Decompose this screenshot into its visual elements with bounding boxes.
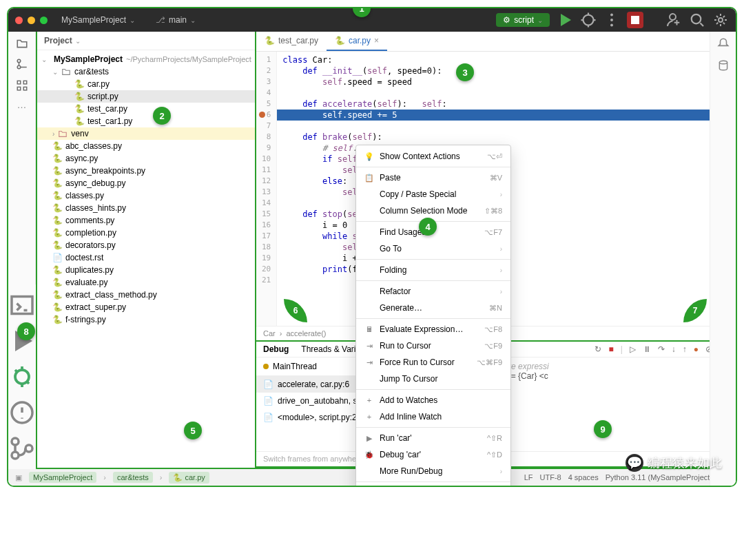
tree-file[interactable]: 🐍test_car.py: [37, 103, 255, 115]
terminal-icon[interactable]: [8, 291, 36, 319]
step-into-icon[interactable]: ↓: [672, 344, 676, 354]
tree-file[interactable]: 🐍completion.py: [37, 227, 255, 239]
run-icon[interactable]: [557, 12, 573, 28]
tree-file[interactable]: 🐍async.py: [37, 152, 255, 165]
title-bar: MySampleProject⌄ ⎇main⌄ ⚙ script ⌄: [8, 8, 736, 32]
svg-rect-11: [23, 81, 27, 84]
close-icon[interactable]: [15, 17, 23, 24]
tree-file[interactable]: 🐍evaluate.py: [37, 276, 255, 289]
tab-test-car[interactable]: 🐍test_car.py: [256, 32, 327, 51]
minimize-icon[interactable]: [28, 17, 35, 24]
tab-car[interactable]: 🐍car.py×: [327, 32, 387, 51]
context-item[interactable]: Column Selection Mode⇧⌘8: [356, 203, 510, 219]
status-interpreter[interactable]: Python 3.11 (MySampleProject): [606, 473, 712, 481]
status-indent[interactable]: 4 spaces: [568, 473, 599, 481]
pause-icon[interactable]: ⏸: [643, 344, 651, 354]
svg-point-7: [719, 18, 723, 22]
status-encoding[interactable]: UTF-8: [540, 473, 561, 481]
stop-debug-icon[interactable]: ■: [608, 344, 613, 354]
annotation-badge: 8: [17, 322, 35, 340]
bookmarks-icon[interactable]: [16, 79, 28, 91]
zoom-icon[interactable]: [40, 17, 48, 24]
context-item[interactable]: ▶Run 'car'^⇧R: [356, 430, 510, 446]
debug-tab[interactable]: Debug: [263, 344, 289, 354]
right-toolbar: [710, 32, 736, 486]
resume-icon[interactable]: ▷: [630, 344, 636, 354]
context-item[interactable]: +Add Inline Watch: [356, 408, 510, 425]
structure-icon[interactable]: [16, 58, 28, 70]
svg-point-19: [12, 452, 19, 459]
svg-point-1: [610, 14, 613, 17]
folder-icon[interactable]: [16, 37, 28, 50]
svg-rect-10: [17, 81, 21, 84]
context-item[interactable]: ⇥Force Run to Cursor⌥⌘F9: [356, 354, 510, 371]
svg-rect-4: [631, 16, 639, 24]
add-user-icon[interactable]: [665, 12, 682, 28]
status-crumb[interactable]: car&tests: [113, 472, 153, 483]
tree-file[interactable]: 🐍comments.py: [37, 214, 255, 227]
git-icon[interactable]: [8, 435, 36, 462]
tree-file[interactable]: 🐍decorators.py: [37, 239, 255, 251]
tree-file[interactable]: 🐍extract_class_method.py: [37, 289, 255, 301]
tree-file[interactable]: 🐍async_breakpoints.py: [37, 165, 255, 177]
tree-root[interactable]: ⌄MySampleProject ~/PycharmProjects/MySam…: [37, 53, 255, 65]
tree-file[interactable]: 🐍classes.py: [37, 189, 255, 202]
svg-point-5: [670, 14, 676, 20]
status-eol[interactable]: LF: [524, 473, 533, 481]
step-over-icon[interactable]: ↷: [658, 344, 665, 354]
run-config-dropdown[interactable]: ⚙ script ⌄: [496, 13, 550, 27]
context-item[interactable]: Jump To Cursor: [356, 371, 510, 387]
more-icon[interactable]: [603, 12, 620, 28]
annotation-badge: 4: [419, 218, 437, 236]
stop-icon[interactable]: [627, 12, 643, 28]
project-header[interactable]: Project ⌄: [37, 32, 255, 50]
tree-file[interactable]: 🐍extract_super.py: [37, 301, 255, 313]
step-out-icon[interactable]: ↑: [683, 344, 687, 354]
tree-file[interactable]: 🐍test_car1.py: [37, 115, 255, 127]
context-item[interactable]: 🖩Evaluate Expression…⌥F8: [356, 321, 510, 338]
svg-rect-13: [23, 87, 27, 90]
leftbar-bottom: [8, 284, 36, 469]
debug-tw-icon[interactable]: [8, 363, 36, 391]
more-tools-icon[interactable]: …: [17, 99, 27, 110]
svg-point-0: [583, 15, 594, 25]
branch-dropdown[interactable]: ⎇main⌄: [149, 13, 203, 27]
tree-folder[interactable]: ⌄car&tests: [37, 65, 255, 78]
tree-file[interactable]: 🐍script.py: [37, 90, 255, 103]
context-item[interactable]: 🐞Debug 'car'^⇧D: [356, 446, 510, 463]
svg-point-8: [17, 59, 21, 63]
rerun-icon[interactable]: ↻: [595, 344, 601, 354]
search-icon[interactable]: [689, 12, 705, 28]
tree-file[interactable]: 🐍classes_hints.py: [37, 202, 255, 214]
context-item[interactable]: More Run/Debug›: [356, 463, 510, 479]
context-item[interactable]: Folding›: [356, 262, 510, 278]
context-item[interactable]: 📋Paste⌘V: [356, 169, 510, 186]
context-item[interactable]: Open in Split with Chooser…⌥⇧⏎: [356, 484, 510, 487]
context-item[interactable]: Generate…⌘N: [356, 300, 510, 316]
context-menu[interactable]: 💡Show Context Actions⌥⏎📋Paste⌘VCopy / Pa…: [355, 145, 511, 487]
tree-file[interactable]: 🐍f-strings.py: [37, 313, 255, 326]
database-icon[interactable]: [717, 59, 730, 72]
notifications-icon[interactable]: [717, 37, 730, 50]
tree-file[interactable]: 🐍car.py: [37, 78, 255, 90]
project-dropdown[interactable]: MySampleProject⌄: [54, 13, 142, 27]
context-item[interactable]: Go To›: [356, 240, 510, 257]
tree-file[interactable]: 🐍abc_classes.py: [37, 140, 255, 152]
project-tree[interactable]: ⌄MySampleProject ~/PycharmProjects/MySam…: [37, 50, 255, 468]
tree-venv[interactable]: ›venv: [37, 127, 255, 140]
view-breakpoints-icon[interactable]: ●: [694, 344, 699, 354]
context-item[interactable]: Refactor›: [356, 283, 510, 300]
status-crumb[interactable]: MySampleProject: [29, 472, 96, 483]
context-item[interactable]: 💡Show Context Actions⌥⏎: [356, 148, 510, 165]
settings-icon[interactable]: [712, 12, 729, 28]
editor-gutter[interactable]: 123456789101112131415161718192021: [256, 52, 277, 326]
tree-file[interactable]: 📄doctest.rst: [37, 251, 255, 264]
problems-icon[interactable]: [8, 399, 36, 426]
context-item[interactable]: Copy / Paste Special›: [356, 186, 510, 203]
tree-file[interactable]: 🐍duplicates.py: [37, 264, 255, 276]
debug-icon[interactable]: [580, 12, 597, 28]
tree-file[interactable]: 🐍async_debug.py: [37, 177, 255, 189]
context-item[interactable]: +Add to Watches: [356, 392, 510, 408]
status-crumb[interactable]: 🐍 car.py: [169, 472, 209, 484]
context-item[interactable]: ⇥Run to Cursor⌥F9: [356, 338, 510, 354]
